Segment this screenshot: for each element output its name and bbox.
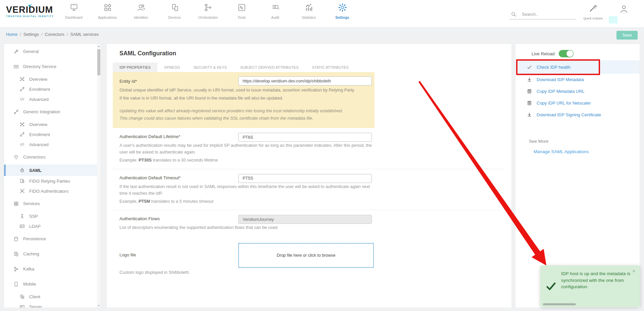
database-icon	[13, 236, 19, 242]
nav-item-applications[interactable]: Applications	[91, 3, 124, 19]
logo-dropzone[interactable]: Drop file here or click to browse	[238, 243, 374, 268]
copy-idp-metadata-url-button[interactable]: Copy IDP Metadata URL	[515, 85, 640, 97]
entity-id-warning: Updating this value will affect already-…	[119, 107, 368, 122]
sidebar-item-services[interactable]: Services	[4, 196, 101, 211]
scroll-down-icon[interactable]: ▼	[97, 304, 101, 307]
sidebar-item-kafka[interactable]: Kafka	[4, 261, 101, 276]
live-reload-toggle[interactable]	[559, 50, 574, 57]
nav-item-devices[interactable]: Devices	[158, 3, 191, 19]
sidebar-item-fido-authenticators[interactable]: FIDO Authenticators	[4, 186, 101, 196]
sidebar-item-connectors[interactable]: Connectors	[4, 149, 101, 165]
example-prefix: Example,	[119, 199, 139, 204]
tab-security-keys[interactable]: SECURITY & KEYS	[187, 63, 233, 72]
toast-progress-bar	[543, 303, 576, 305]
live-reload-row: Live Reload	[515, 50, 640, 58]
sidebar-item-mobile[interactable]: Mobile	[4, 276, 101, 292]
nav-label: Orchestrator	[191, 15, 225, 19]
breadcrumb-home[interactable]: Home	[6, 32, 17, 37]
lifetime-section: Authentication Default Lifetime* A user'…	[113, 128, 505, 169]
breadcrumb-settings[interactable]: Settings	[23, 32, 39, 37]
lifetime-description: A user's authentication results may be u…	[119, 142, 373, 156]
face-scan-icon	[19, 188, 25, 194]
sidebar-item-fido-relying-parties[interactable]: FIDO Relying Parties	[4, 176, 101, 186]
sidebar-scrollbar[interactable]: ▲ ▼	[97, 44, 101, 308]
sidebar-item-gi-overview[interactable]: Overview	[4, 119, 101, 129]
download-idp-signing-certificate-button[interactable]: Download IDP Signing Certificate	[515, 109, 640, 121]
action-label: Copy IDP Metadata URL	[537, 89, 585, 94]
breadcrumb-saml-services: SAML services	[70, 32, 99, 37]
svg-text:AD: AD	[15, 66, 17, 68]
quick-actions-button[interactable]: Quick Actions	[579, 4, 607, 20]
nav-item-audit[interactable]: Audit	[258, 3, 292, 19]
sidebar-item-ds-advanced[interactable]: Advanced	[4, 94, 101, 104]
page-title: SAML Configuration	[119, 50, 511, 57]
tab-spnego[interactable]: SPNEGO	[157, 63, 187, 72]
timeout-input[interactable]	[238, 174, 372, 183]
nav-item-settings[interactable]: Settings	[326, 3, 359, 19]
sidebar-item-label: Enrollment	[29, 132, 50, 137]
breadcrumb-conectors[interactable]: Conectors	[45, 32, 64, 37]
sidebar-item-ds-enrollment[interactable]: Enrollment	[4, 84, 101, 94]
search-input[interactable]: Search..	[509, 9, 576, 19]
timeout-description: If the last authentication result is not…	[119, 183, 373, 197]
veridium-logo[interactable]: VERIDIUM TRUSTED DIGITAL IDENTITY	[6, 5, 54, 18]
sidebar-item-server[interactable]: Server	[4, 302, 101, 308]
nav-item-orchestrator[interactable]: Orchestrator	[191, 3, 225, 19]
logo-section: Logo file Drop file here or click to bro…	[113, 236, 505, 281]
sidebar-item-label: Services	[23, 201, 40, 206]
scrollbar-thumb[interactable]	[97, 49, 100, 75]
tab-static-attributes[interactable]: STATIC ATTRIBUTES	[305, 63, 355, 72]
sidebar-item-label: Overview	[29, 77, 47, 82]
warning-line-2: This change could also cause failures wh…	[119, 115, 368, 122]
check-idp-health-button[interactable]: Check IDP health	[515, 60, 640, 74]
sidebar-item-label: FIDO Relying Parties	[29, 179, 70, 184]
sidebar-item-saml[interactable]: SAML	[4, 165, 101, 176]
action-label: Download IDP Metadata	[537, 77, 584, 82]
download-idp-metadata-button[interactable]: Download IDP Metadata	[515, 74, 640, 85]
save-button[interactable]: Save	[616, 31, 638, 40]
sidebar-item-label: Enrollment	[29, 87, 50, 92]
manage-saml-applications-link[interactable]: Manage SAML Applications	[534, 149, 589, 154]
user-profile-button[interactable]	[619, 4, 629, 14]
nav-item-statistics[interactable]: Statistics	[292, 3, 326, 19]
sidebar-item-label: Client	[29, 294, 40, 299]
sidebar-item-general[interactable]: General	[4, 44, 101, 59]
sidebar-item-gi-enrollment[interactable]: Enrollment	[4, 129, 101, 139]
lifetime-input[interactable]	[238, 133, 372, 142]
copy-idp-url-netscaler-button[interactable]: Copy IDP URL for Netscaler	[515, 97, 640, 109]
sidebar-item-ssp[interactable]: SSP	[4, 211, 101, 221]
sidebar-item-generic-integration[interactable]: Generic Integration	[4, 104, 101, 119]
sidebar-item-label: Mobile	[23, 282, 36, 287]
sidebar-item-ds-overview[interactable]: Overview	[4, 74, 101, 84]
action-label: Check IDP health	[537, 65, 571, 70]
devices-icon	[170, 3, 179, 12]
sidebar-item-caching[interactable]: Caching	[4, 246, 101, 261]
toast-close-icon[interactable]: ×	[632, 268, 635, 274]
entity-id-description: Global unique identifier of IdP Service,…	[119, 87, 368, 94]
sidebar-item-label: Connectors	[23, 154, 45, 160]
sidebar-item-label: Generic Integration	[23, 109, 60, 114]
breadcrumb-separator: /	[41, 32, 43, 37]
tab-idp-properties[interactable]: IDP PROPERTIES	[113, 63, 157, 72]
wrench-icon	[13, 49, 19, 54]
sidebar-item-ldap[interactable]: LDAP	[4, 221, 101, 231]
logo-description: Custom logo displayed in Shibboleth	[119, 270, 189, 275]
scroll-up-icon[interactable]: ▲	[97, 45, 101, 47]
nav-item-dashboard[interactable]: Dashboard	[57, 3, 91, 19]
identities-icon	[137, 3, 146, 12]
sidebar-item-directory-service[interactable]: ADDirectory Service	[4, 59, 101, 74]
nav-item-identities[interactable]: Identities	[124, 3, 158, 19]
nodes-icon	[19, 122, 25, 127]
kafka-icon	[13, 266, 19, 272]
nav-item-tools[interactable]: Tools	[225, 3, 258, 19]
tab-subject-derived-attributes[interactable]: SUBJECT DERIVED ATTRIBUTES	[234, 63, 305, 72]
sidebar-item-gi-advanced[interactable]: Advanced	[4, 139, 101, 149]
sidebar-item-label: Caching	[23, 251, 39, 256]
breadcrumb-separator: /	[20, 32, 21, 37]
sidebar-item-label: Directory Service	[23, 64, 56, 69]
entity-id-input[interactable]	[238, 76, 372, 85]
copy-icon	[527, 101, 532, 106]
settings-sidebar: General ADDirectory Service Overview Enr…	[4, 44, 101, 308]
sidebar-item-persistence[interactable]: Persistence	[4, 231, 101, 246]
sidebar-item-client[interactable]: Client	[4, 292, 101, 302]
